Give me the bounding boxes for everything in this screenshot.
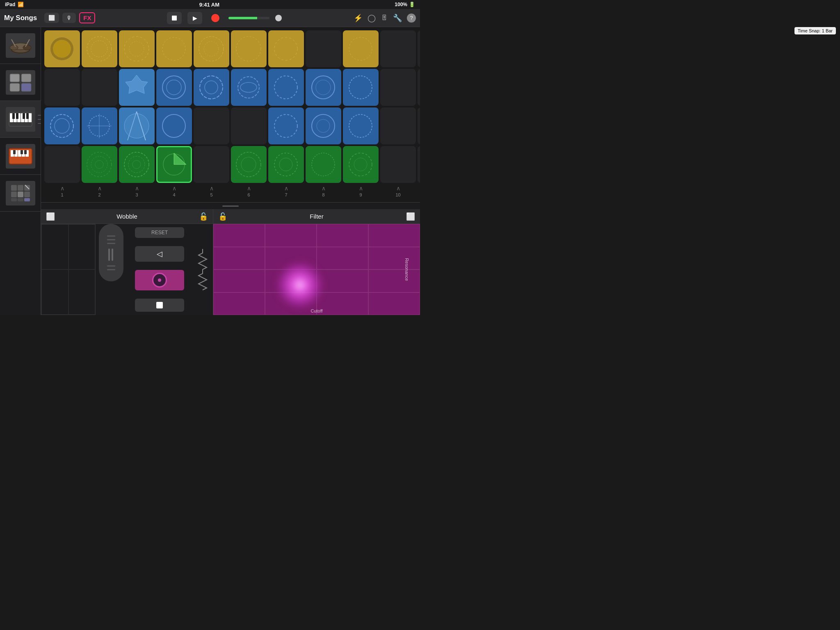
pad-4-7[interactable] xyxy=(268,146,304,183)
pad-2-3[interactable] xyxy=(119,69,155,106)
pad-2-4[interactable] xyxy=(156,69,192,106)
pad-2-1[interactable] xyxy=(44,69,80,106)
svg-point-89 xyxy=(349,153,372,176)
pad-4-6[interactable] xyxy=(231,146,267,183)
volume-slider[interactable] xyxy=(228,17,269,19)
reset-button[interactable]: RESET xyxy=(135,227,184,238)
pad-3-1[interactable] xyxy=(44,107,80,144)
svg-point-2 xyxy=(10,45,18,50)
back-button[interactable]: ◁ xyxy=(135,246,184,262)
col-8[interactable]: ∧ 8 xyxy=(306,185,341,197)
pad-1-2[interactable] xyxy=(82,30,117,67)
wobble-q3[interactable] xyxy=(41,269,68,315)
pad-1-4[interactable] xyxy=(156,30,192,67)
resize-grip[interactable] xyxy=(38,113,41,126)
pad-1-8[interactable] xyxy=(306,30,341,67)
pad-2-11[interactable] xyxy=(418,69,420,106)
pad-3-6[interactable] xyxy=(231,107,267,144)
pad-4-8[interactable] xyxy=(306,146,341,183)
svg-point-81 xyxy=(128,156,145,173)
pad-4-2[interactable] xyxy=(82,146,117,183)
col-1[interactable]: ∧ 1 xyxy=(44,185,80,197)
instrument-grid[interactable] xyxy=(0,175,41,212)
pad-3-2[interactable] xyxy=(82,107,117,144)
pad-4-11[interactable] xyxy=(418,146,420,183)
drag-handle[interactable] xyxy=(41,203,420,209)
loop-button[interactable]: ⬜ xyxy=(44,13,59,23)
wobble-scroll-knob[interactable] xyxy=(99,224,123,281)
pad-3-5[interactable] xyxy=(194,107,229,144)
instrument-keyboard[interactable] xyxy=(0,101,41,138)
col-2[interactable]: ∧ 2 xyxy=(82,185,117,197)
svg-rect-92 xyxy=(112,249,113,261)
pad-3-11[interactable] xyxy=(418,107,420,144)
filter-xy-display[interactable]: Cutoff Resonance xyxy=(213,224,420,315)
volume-knob[interactable] xyxy=(275,15,282,21)
pad-4-10[interactable] xyxy=(380,146,416,183)
wobble-q2[interactable] xyxy=(68,224,96,269)
metronome-icon[interactable]: ⚡ xyxy=(354,14,363,23)
pad-2-6[interactable] xyxy=(231,69,267,106)
pad-2-10[interactable] xyxy=(380,69,416,106)
record-button[interactable] xyxy=(208,12,223,24)
col-11[interactable]: ∧ 11 xyxy=(418,185,420,197)
col-7[interactable]: ∧ 7 xyxy=(268,185,304,197)
pad-3-9[interactable] xyxy=(343,107,379,144)
pad-3-8[interactable] xyxy=(306,107,341,144)
wobble-q1[interactable] xyxy=(41,224,68,269)
pad-1-7[interactable] xyxy=(268,30,304,67)
col-3[interactable]: ∧ 3 xyxy=(119,185,155,197)
pad-3-4[interactable] xyxy=(156,107,192,144)
pad-1-5[interactable] xyxy=(194,30,229,67)
wobble-q4[interactable] xyxy=(68,269,96,315)
col-4[interactable]: ∧ 4 xyxy=(156,185,192,197)
instrument-synth[interactable] xyxy=(0,138,41,175)
headphone-icon[interactable]: ◯ xyxy=(368,14,376,23)
pad-4-3[interactable] xyxy=(119,146,155,183)
stop-transport-button[interactable] xyxy=(167,12,182,24)
pad-1-9[interactable] xyxy=(343,30,379,67)
wobble-xy-pad[interactable] xyxy=(41,224,96,315)
svg-point-51 xyxy=(274,37,297,60)
wobble-expand-icon[interactable]: ⬜ xyxy=(46,212,55,221)
pad-3-7[interactable] xyxy=(268,107,304,144)
vinyl-button[interactable] xyxy=(135,270,184,290)
instrument-beat-pad[interactable] xyxy=(0,64,41,101)
filter-expand-icon[interactable]: ⬜ xyxy=(406,212,415,221)
pad-4-1[interactable] xyxy=(44,146,80,183)
pad-4-4[interactable] xyxy=(156,146,192,183)
pad-1-11[interactable] xyxy=(418,30,420,67)
pad-2-7[interactable] xyxy=(268,69,304,106)
wobble-lock-icon[interactable]: 🔓 xyxy=(199,212,208,221)
toolbar-right: ⚡ ◯ 🎚 🔧 ? xyxy=(354,14,416,23)
svg-point-76 xyxy=(349,114,372,137)
pad-1-6[interactable] xyxy=(231,30,267,67)
play-button[interactable]: ▶ xyxy=(187,12,202,24)
filter-lock-icon[interactable]: 🔓 xyxy=(218,212,227,221)
stop-button[interactable] xyxy=(135,299,184,312)
wobble-title: Wobble xyxy=(116,213,137,220)
pad-1-10[interactable] xyxy=(380,30,416,67)
pad-rows xyxy=(44,30,417,183)
pad-1-3[interactable] xyxy=(119,30,155,67)
mixer-icon[interactable]: 🎚 xyxy=(381,14,388,22)
col-6[interactable]: ∧ 6 xyxy=(231,185,267,197)
pad-4-9[interactable] xyxy=(343,146,379,183)
col-10[interactable]: ∧ 10 xyxy=(380,185,416,197)
pad-3-3[interactable] xyxy=(119,107,155,144)
instrument-drum-kit[interactable] xyxy=(0,27,41,64)
col-5[interactable]: ∧ 5 xyxy=(194,185,229,197)
pad-2-9[interactable] xyxy=(343,69,379,106)
help-icon[interactable]: ? xyxy=(407,14,416,23)
pad-1-1[interactable] xyxy=(44,30,80,67)
wrench-icon[interactable]: 🔧 xyxy=(393,14,402,23)
pad-4-5[interactable] xyxy=(194,146,229,183)
pad-2-5[interactable] xyxy=(194,69,229,106)
col-9[interactable]: ∧ 9 xyxy=(343,185,379,197)
fx-button[interactable]: FX xyxy=(79,12,95,23)
pad-2-8[interactable] xyxy=(306,69,341,106)
mic-button[interactable]: 🎙 xyxy=(62,13,76,23)
pad-2-2[interactable] xyxy=(82,69,117,106)
pad-3-10[interactable] xyxy=(380,107,416,144)
wobble-body: RESET ◁ xyxy=(41,224,213,315)
